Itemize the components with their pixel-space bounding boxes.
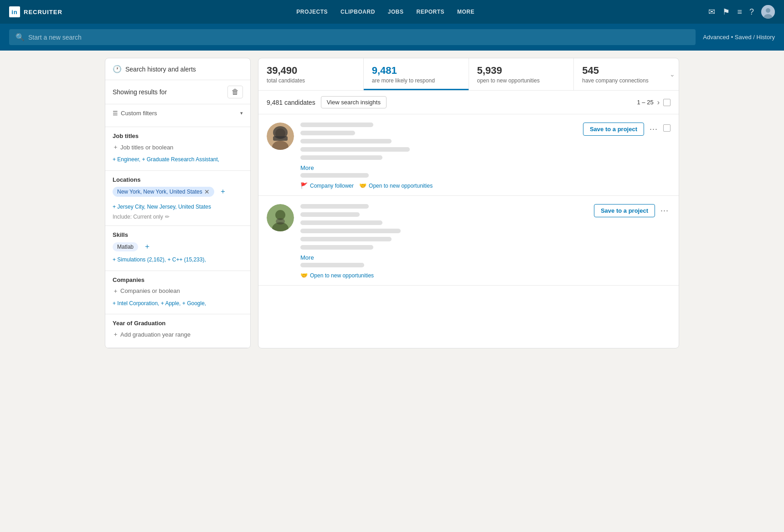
stat-likely-respond[interactable]: 9,481 are more likely to respond bbox=[364, 58, 469, 90]
top-navigation: in RECRUITER PROJECTS CLIPBOARD JOBS REP… bbox=[0, 0, 784, 24]
search-input[interactable] bbox=[28, 34, 689, 41]
stat-connections-label: have company connections bbox=[582, 77, 671, 84]
stat-likely-number: 9,481 bbox=[372, 65, 460, 77]
more-options-button-1[interactable]: ··· bbox=[648, 123, 660, 136]
help-icon[interactable]: ? bbox=[749, 7, 754, 17]
location-tag-primary[interactable]: New York, New York, United States ✕ bbox=[113, 187, 214, 197]
companies-section: Companies ＋ Companies or boolean + Intel… bbox=[105, 271, 250, 315]
add-company-button[interactable]: ＋ Companies or boolean bbox=[113, 287, 243, 295]
candidate-2-tags: 🤝 Open to new opportunities bbox=[300, 272, 588, 279]
location-secondary[interactable]: + Jersey City, New Jersey, United States bbox=[113, 202, 243, 212]
stat-connections-number: 545 bbox=[582, 65, 671, 77]
stat-open-label: open to new opportunities bbox=[477, 77, 566, 84]
nav-link-projects[interactable]: PROJECTS bbox=[296, 9, 328, 15]
graduation-section: Year of Graduation ＋ Add graduation year… bbox=[105, 314, 250, 348]
plus-icon: ＋ bbox=[113, 287, 119, 295]
handshake-icon-2: 🤝 bbox=[300, 272, 308, 279]
companies-label: Companies bbox=[113, 276, 243, 283]
nav-links: PROJECTS CLIPBOARD JOBS REPORTS MORE bbox=[77, 9, 694, 15]
skeleton-title-2 bbox=[300, 212, 360, 217]
mail-icon[interactable]: ✉ bbox=[708, 7, 715, 17]
select-all-checkbox[interactable] bbox=[663, 99, 671, 106]
search-bar-section: 🔍 Advanced • Saved / History bbox=[0, 24, 784, 51]
main-container: 🕐 Search history and alerts Showing resu… bbox=[96, 51, 688, 356]
pagination: 1 – 25 › bbox=[637, 98, 671, 107]
flag-tag-icon: 🚩 bbox=[300, 182, 308, 189]
svg-rect-7 bbox=[273, 136, 288, 141]
include-note: Include: Current only ✏ bbox=[113, 214, 243, 220]
company-tags[interactable]: + Intel Corporation, + Apple, + Google, bbox=[113, 299, 243, 309]
nav-link-clipboard[interactable]: CLIPBOARD bbox=[340, 9, 375, 15]
stat-open-number: 5,939 bbox=[477, 65, 566, 77]
job-titles-label: Job titles bbox=[113, 133, 243, 139]
edit-icon[interactable]: ✏ bbox=[165, 214, 170, 220]
candidate-1-checkbox[interactable] bbox=[663, 124, 671, 132]
svg-point-1 bbox=[766, 8, 770, 13]
more-options-button-2[interactable]: ··· bbox=[659, 204, 671, 217]
tag-label-open-1: Open to new opportunities bbox=[369, 183, 433, 189]
custom-filters-label: ☰ Custom filters bbox=[113, 110, 157, 117]
plus-icon: ＋ bbox=[113, 143, 119, 151]
location-add-button[interactable]: ＋ bbox=[219, 187, 227, 195]
candidate-avatar-2 bbox=[267, 204, 294, 231]
save-project-button-2[interactable]: Save to a project bbox=[594, 204, 655, 217]
advanced-saved-history[interactable]: Advanced • Saved / History bbox=[703, 34, 775, 41]
user-avatar[interactable] bbox=[761, 5, 775, 19]
brand-logo[interactable]: in RECRUITER bbox=[9, 6, 62, 17]
skill-add-button[interactable]: ＋ bbox=[144, 242, 151, 250]
sidebar-title: Search history and alerts bbox=[125, 66, 196, 73]
brand-name: RECRUITER bbox=[24, 9, 62, 15]
skeleton-title bbox=[300, 131, 355, 135]
nav-icon-group: ✉ ⚑ ≡ ? bbox=[708, 5, 775, 19]
skeleton-company bbox=[300, 139, 392, 143]
candidate-info-2: More 🤝 Open to new opportunities bbox=[300, 204, 588, 279]
graduation-label: Year of Graduation bbox=[113, 320, 243, 327]
delete-search-button[interactable]: 🗑 bbox=[227, 86, 243, 98]
candidate-1-more-link[interactable]: More bbox=[300, 164, 314, 171]
sidebar: 🕐 Search history and alerts Showing resu… bbox=[105, 58, 251, 348]
skeleton-location bbox=[300, 155, 382, 160]
nav-link-jobs[interactable]: JOBS bbox=[388, 9, 404, 15]
tag-label-follower: Company follower bbox=[310, 183, 354, 189]
list-icon[interactable]: ≡ bbox=[737, 7, 742, 17]
stat-total-label: total candidates bbox=[267, 77, 355, 84]
skills-secondary[interactable]: + Simulations (2,162), + C++ (15,233), bbox=[113, 255, 243, 265]
candidate-2-more-link[interactable]: More bbox=[300, 254, 314, 261]
showing-results-label: Showing results for bbox=[113, 88, 167, 96]
job-title-tags[interactable]: + Engineer, + Graduate Research Assistan… bbox=[113, 155, 243, 165]
sidebar-header: 🕐 Search history and alerts bbox=[105, 58, 250, 80]
candidate-avatar-1 bbox=[267, 123, 294, 150]
stats-expand-icon[interactable]: ⌄ bbox=[670, 71, 675, 78]
nav-link-reports[interactable]: REPORTS bbox=[417, 9, 445, 15]
results-header: 9,481 candidates View search insights 1 … bbox=[258, 91, 679, 114]
nav-link-more[interactable]: MORE bbox=[457, 9, 475, 15]
skeleton-name bbox=[300, 123, 373, 127]
next-page-button[interactable]: › bbox=[657, 98, 660, 107]
results-count: 9,481 candidates bbox=[267, 99, 315, 106]
skeleton-location-2 bbox=[300, 237, 392, 241]
search-input-wrap[interactable]: 🔍 bbox=[9, 29, 696, 45]
save-project-button-1[interactable]: Save to a project bbox=[583, 123, 644, 136]
flag-icon[interactable]: ⚑ bbox=[722, 7, 730, 17]
skill-tag-matlab[interactable]: Matlab bbox=[113, 242, 138, 251]
locations-section: Locations New York, New York, United Sta… bbox=[105, 171, 250, 226]
company-follower-tag: 🚩 Company follower bbox=[300, 182, 354, 189]
skeleton-company-2 bbox=[300, 220, 382, 225]
skeleton-more-2 bbox=[300, 263, 364, 267]
add-graduation-button[interactable]: ＋ Add graduation year range bbox=[113, 330, 243, 338]
stat-total[interactable]: 39,490 total candidates bbox=[258, 58, 364, 90]
skills-section: Skills Matlab ＋ + Simulations (2,162), +… bbox=[105, 226, 250, 271]
job-titles-section: Job titles ＋ Job titles or boolean + Eng… bbox=[105, 127, 250, 171]
custom-filters-row[interactable]: ☰ Custom filters ▾ bbox=[113, 110, 243, 117]
add-job-title-button[interactable]: ＋ Job titles or boolean bbox=[113, 143, 243, 151]
plus-icon: ＋ bbox=[113, 330, 119, 338]
page-range: 1 – 25 bbox=[637, 99, 654, 106]
candidate-info-1: More 🚩 Company follower 🤝 Open to new op… bbox=[300, 123, 577, 189]
stat-connections[interactable]: 545 have company connections ⌄ bbox=[574, 58, 679, 90]
stats-bar: 39,490 total candidates 9,481 are more l… bbox=[258, 58, 679, 91]
location-add-icon[interactable]: ✕ bbox=[204, 188, 210, 195]
skeleton-name-2 bbox=[300, 204, 369, 209]
view-insights-button[interactable]: View search insights bbox=[321, 96, 387, 108]
skeleton-extra bbox=[300, 173, 369, 178]
stat-open[interactable]: 5,939 open to new opportunities bbox=[469, 58, 574, 90]
